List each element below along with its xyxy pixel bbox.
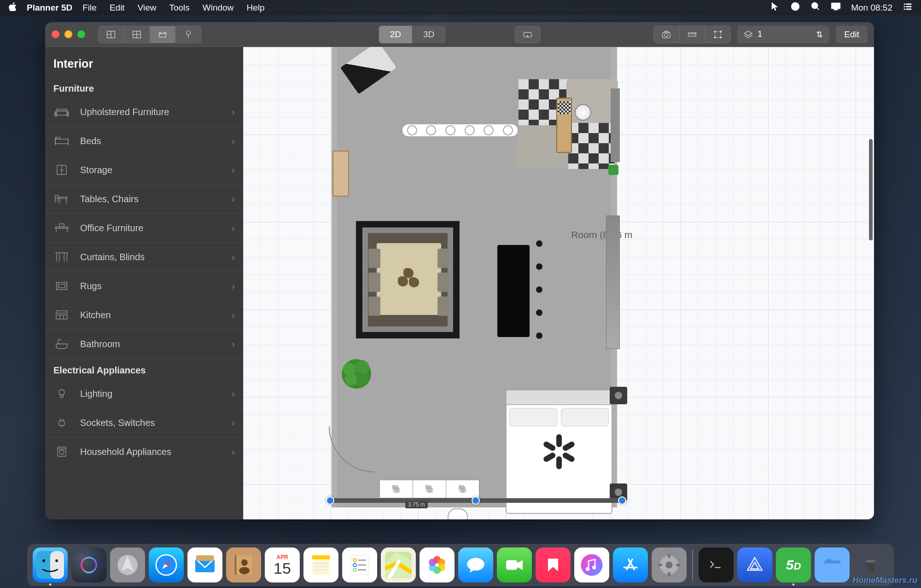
minimize-button[interactable] xyxy=(64,30,72,38)
layer-selector[interactable]: 1 ⇅ xyxy=(737,26,829,43)
sidebar-item-appliances[interactable]: Household Appliances› xyxy=(45,437,243,466)
furniture-chair[interactable] xyxy=(368,249,380,268)
sidebar-item-upholstered[interactable]: Upholstered Furniture› xyxy=(45,98,243,127)
furniture-stool[interactable] xyxy=(536,263,542,270)
dock-itunes[interactable] xyxy=(574,547,609,582)
dock-photos[interactable] xyxy=(420,547,455,582)
svg-rect-88 xyxy=(50,551,64,579)
dock-maps[interactable] xyxy=(381,547,416,582)
furniture-chair[interactable] xyxy=(368,297,380,316)
dock-planner5d[interactable]: 5D xyxy=(776,547,811,582)
furniture-chair[interactable] xyxy=(368,273,380,292)
furniture-dining-table[interactable] xyxy=(377,243,441,315)
furniture-stool[interactable] xyxy=(536,309,542,316)
sidebar-item-beds[interactable]: Beds› xyxy=(45,127,243,156)
edit-button[interactable]: Edit xyxy=(836,26,868,43)
dock-preferences[interactable] xyxy=(652,547,687,582)
view-2d-button[interactable]: 2D xyxy=(379,26,412,43)
furniture-chessboard[interactable] xyxy=(558,101,571,114)
sidebar-item-rugs[interactable]: Rugs› xyxy=(45,272,243,301)
menu-list-icon[interactable] xyxy=(903,1,913,14)
dock-facetime[interactable] xyxy=(497,547,532,582)
dock-terminal[interactable] xyxy=(699,547,734,582)
power-icon[interactable] xyxy=(790,1,800,14)
furniture-chair[interactable] xyxy=(437,273,449,292)
spotlight-icon[interactable] xyxy=(810,1,821,14)
dock-calendar[interactable]: APR15 xyxy=(265,547,300,582)
dock-safari[interactable] xyxy=(149,547,184,582)
apple-menu-icon[interactable] xyxy=(8,2,17,13)
dock-siri[interactable] xyxy=(71,547,106,582)
floorplan-tool-icon[interactable] xyxy=(98,26,124,43)
furniture-plant-small[interactable] xyxy=(608,165,618,175)
screenshot-icon[interactable] xyxy=(653,26,679,43)
svg-point-21 xyxy=(186,30,190,35)
furniture-stool[interactable] xyxy=(536,286,542,293)
dropdown-arrows-icon: ⇅ xyxy=(816,29,823,40)
dock-mail[interactable] xyxy=(187,547,222,582)
menubar-clock[interactable]: Mon 08:52 xyxy=(851,3,892,13)
dock-downloads[interactable] xyxy=(815,547,850,582)
dock-affinity[interactable] xyxy=(737,547,772,582)
rooms-tool-icon[interactable] xyxy=(124,26,150,43)
furniture-floor-lamp[interactable] xyxy=(575,104,591,121)
dock-messages[interactable] xyxy=(458,547,493,582)
cursor-icon[interactable] xyxy=(770,1,780,14)
sidebar-item-storage[interactable]: Storage› xyxy=(45,156,243,185)
dock-reminders[interactable] xyxy=(342,547,377,582)
sidebar-item-office[interactable]: Office Furniture› xyxy=(45,214,243,243)
sidebar-item-lighting[interactable]: Lighting› xyxy=(45,379,243,408)
sidebar-item-kitchen[interactable]: Kitchen› xyxy=(45,301,243,330)
dock-launchpad[interactable] xyxy=(110,547,145,582)
canvas-scrollbar[interactable] xyxy=(869,139,873,240)
furniture-chair[interactable] xyxy=(437,249,449,268)
ruler-icon[interactable] xyxy=(679,26,705,43)
furniture-bookshelf[interactable] xyxy=(611,88,620,162)
furniture-pendant-lights[interactable] xyxy=(402,124,518,136)
menu-tools[interactable]: Tools xyxy=(169,3,189,13)
screen-mirror-icon[interactable] xyxy=(831,1,841,14)
sidebar-item-curtains[interactable]: Curtains, Blinds› xyxy=(45,243,243,272)
app-name[interactable]: Planner 5D xyxy=(27,3,72,13)
view-3d-button[interactable]: 3D xyxy=(412,26,445,43)
furniture-stool[interactable] xyxy=(536,240,542,247)
furniture-checkered-rug-2[interactable] xyxy=(568,123,614,169)
menu-window[interactable]: Window xyxy=(203,3,234,13)
furniture-nightstand[interactable] xyxy=(610,387,627,404)
furniture-console[interactable]: 🐘🐘🐘 xyxy=(379,480,480,498)
snap-icon[interactable] xyxy=(705,26,731,43)
wall-handle[interactable] xyxy=(472,496,480,505)
vr-view-icon[interactable] xyxy=(514,26,540,43)
furniture-kitchen-island[interactable] xyxy=(497,245,530,337)
menu-help[interactable]: Help xyxy=(246,3,264,13)
sidebar[interactable]: Interior Furniture Upholstered Furniture… xyxy=(45,47,243,519)
chevron-right-icon: › xyxy=(232,418,235,428)
furniture-bed[interactable] xyxy=(506,390,612,514)
menu-view[interactable]: View xyxy=(138,3,157,13)
dock-appstore[interactable] xyxy=(613,547,648,582)
sidebar-item-sockets[interactable]: Sockets, Switches› xyxy=(45,408,243,437)
furniture-plant[interactable] xyxy=(338,355,375,392)
svg-point-84 xyxy=(355,360,369,375)
sidebar-item-bathroom[interactable]: Bathroom› xyxy=(45,330,243,359)
furniture-side-cabinet[interactable] xyxy=(332,151,349,197)
menu-file[interactable]: File xyxy=(82,3,97,13)
furniture-toilet[interactable] xyxy=(448,508,468,519)
dock-finder[interactable] xyxy=(33,547,68,582)
menu-edit[interactable]: Edit xyxy=(110,3,125,13)
dock-notes[interactable] xyxy=(303,547,338,582)
furniture-stool[interactable] xyxy=(536,332,542,339)
furniture-chair[interactable] xyxy=(437,297,449,316)
sidebar-item-tables[interactable]: Tables, Chairs› xyxy=(45,185,243,214)
dock-news[interactable] xyxy=(536,547,571,582)
wall-handle[interactable] xyxy=(326,496,334,505)
svg-rect-136 xyxy=(658,564,662,566)
floorplan-canvas[interactable]: Room (81.6 m xyxy=(243,47,874,519)
wall-handle[interactable] xyxy=(618,496,626,505)
exterior-tool-icon[interactable] xyxy=(175,26,201,43)
furniture-kitchen-counter[interactable] xyxy=(606,215,620,349)
maximize-button[interactable] xyxy=(77,30,85,38)
close-button[interactable] xyxy=(52,30,59,38)
interior-tool-icon[interactable] xyxy=(150,26,175,43)
dock-contacts[interactable] xyxy=(226,547,261,582)
